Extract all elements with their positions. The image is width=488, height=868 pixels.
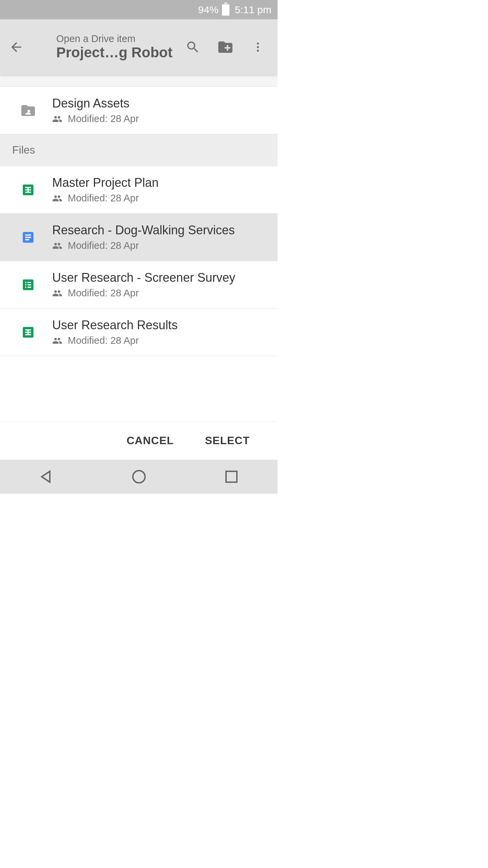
nav-recent-icon (223, 469, 240, 485)
forms-icon (20, 278, 37, 292)
cancel-button[interactable]: CANCEL (124, 431, 176, 450)
item-modified: Modified: 28 Apr (68, 240, 139, 251)
nav-recent-button[interactable] (211, 469, 252, 485)
status-bar: 94% 5:11 pm (0, 0, 278, 19)
appbar-subtitle: Open a Drive item (56, 33, 177, 44)
more-vert-icon (252, 41, 264, 53)
select-button[interactable]: SELECT (203, 431, 252, 450)
clock: 5:11 pm (235, 4, 271, 16)
action-bar: CANCEL SELECT (0, 421, 278, 460)
nav-home-icon (131, 469, 147, 485)
search-icon (185, 40, 200, 55)
item-name: User Research - Screener Survey (52, 271, 271, 285)
app-bar: Open a Drive item Project…g Robot (0, 19, 278, 75)
arrow-back-icon (9, 40, 24, 55)
shared-icon (52, 193, 62, 203)
item-modified: Modified: 28 Apr (68, 193, 139, 204)
shared-folder-icon (20, 102, 37, 119)
file-row[interactable]: Research - Dog-Walking Services Modified… (0, 214, 278, 261)
list-spacer (0, 75, 278, 87)
appbar-title: Project…g Robot (56, 44, 177, 61)
appbar-titles: Open a Drive item Project…g Robot (33, 33, 177, 61)
battery-icon (222, 4, 229, 16)
item-name: User Research Results (52, 318, 271, 332)
sheets-icon (20, 183, 37, 197)
item-name: Research - Dog-Walking Services (52, 223, 271, 237)
item-modified: Modified: 28 Apr (68, 288, 139, 299)
nav-back-icon (38, 469, 55, 485)
back-button[interactable] (0, 31, 33, 63)
file-list: Design Assets Modified: 28 Apr Files Mas… (0, 75, 278, 421)
nav-back-button[interactable] (26, 469, 67, 485)
folder-row[interactable]: Design Assets Modified: 28 Apr (0, 87, 278, 134)
shared-icon (52, 114, 62, 124)
overflow-menu-button[interactable] (242, 31, 274, 63)
search-button[interactable] (177, 31, 209, 63)
file-row[interactable]: User Research Results Modified: 28 Apr (0, 309, 278, 356)
file-row[interactable]: User Research - Screener Survey Modified… (0, 261, 278, 309)
new-folder-icon (217, 39, 234, 56)
shared-icon (52, 336, 62, 346)
battery-percent: 94% (198, 4, 219, 16)
shared-icon (52, 288, 62, 298)
file-row[interactable]: Master Project Plan Modified: 28 Apr (0, 166, 278, 214)
sheets-icon (20, 325, 37, 339)
item-name: Design Assets (52, 96, 271, 111)
battery-indicator: 94% (198, 4, 229, 16)
item-name: Master Project Plan (52, 176, 271, 190)
section-header-files: Files (0, 134, 278, 166)
system-nav-bar (0, 460, 278, 494)
nav-home-button[interactable] (119, 469, 159, 485)
shared-icon (52, 241, 62, 251)
new-folder-button[interactable] (209, 31, 242, 63)
item-modified: Modified: 28 Apr (68, 113, 139, 124)
docs-icon (20, 230, 37, 244)
item-modified: Modified: 28 Apr (68, 335, 139, 346)
